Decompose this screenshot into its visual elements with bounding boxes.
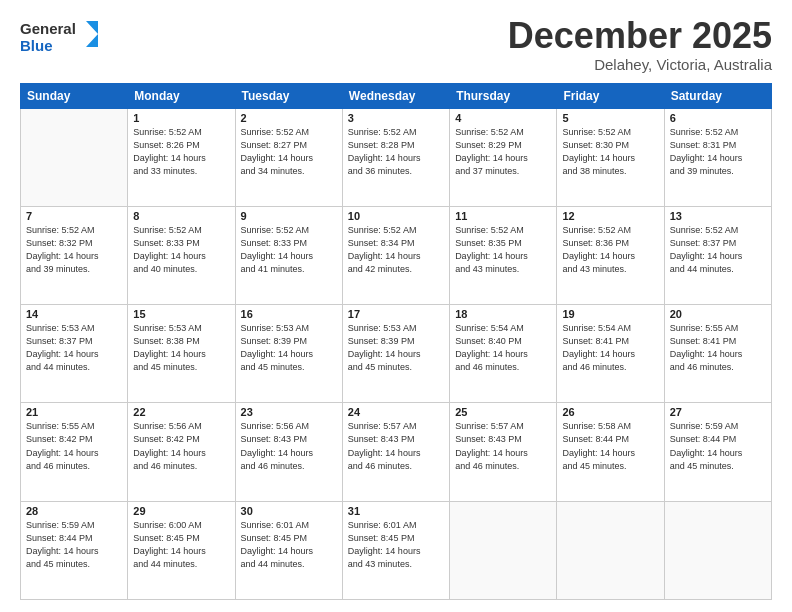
day-info: Sunrise: 5:52 AM Sunset: 8:35 PM Dayligh… — [455, 224, 551, 276]
day-info: Sunrise: 5:52 AM Sunset: 8:28 PM Dayligh… — [348, 126, 444, 178]
calendar-cell: 23Sunrise: 5:56 AM Sunset: 8:43 PM Dayli… — [235, 403, 342, 501]
weekday-header-row: SundayMondayTuesdayWednesdayThursdayFrid… — [21, 83, 772, 108]
weekday-sunday: Sunday — [21, 83, 128, 108]
day-number: 11 — [455, 210, 551, 222]
day-number: 2 — [241, 112, 337, 124]
day-info: Sunrise: 5:52 AM Sunset: 8:33 PM Dayligh… — [241, 224, 337, 276]
calendar-cell: 30Sunrise: 6:01 AM Sunset: 8:45 PM Dayli… — [235, 501, 342, 599]
svg-text:General: General — [20, 20, 76, 37]
weekday-friday: Friday — [557, 83, 664, 108]
calendar-cell: 20Sunrise: 5:55 AM Sunset: 8:41 PM Dayli… — [664, 305, 771, 403]
day-number: 16 — [241, 308, 337, 320]
calendar-cell: 27Sunrise: 5:59 AM Sunset: 8:44 PM Dayli… — [664, 403, 771, 501]
day-number: 17 — [348, 308, 444, 320]
weekday-monday: Monday — [128, 83, 235, 108]
calendar-cell: 14Sunrise: 5:53 AM Sunset: 8:37 PM Dayli… — [21, 305, 128, 403]
calendar-cell: 8Sunrise: 5:52 AM Sunset: 8:33 PM Daylig… — [128, 206, 235, 304]
calendar-cell: 2Sunrise: 5:52 AM Sunset: 8:27 PM Daylig… — [235, 108, 342, 206]
day-info: Sunrise: 5:55 AM Sunset: 8:42 PM Dayligh… — [26, 420, 122, 472]
day-number: 23 — [241, 406, 337, 418]
calendar-cell: 28Sunrise: 5:59 AM Sunset: 8:44 PM Dayli… — [21, 501, 128, 599]
week-row-0: 1Sunrise: 5:52 AM Sunset: 8:26 PM Daylig… — [21, 108, 772, 206]
day-number: 26 — [562, 406, 658, 418]
day-number: 5 — [562, 112, 658, 124]
day-info: Sunrise: 5:53 AM Sunset: 8:39 PM Dayligh… — [241, 322, 337, 374]
day-info: Sunrise: 6:01 AM Sunset: 8:45 PM Dayligh… — [348, 519, 444, 571]
logo: General Blue — [20, 16, 100, 56]
day-number: 31 — [348, 505, 444, 517]
day-number: 10 — [348, 210, 444, 222]
calendar-cell: 18Sunrise: 5:54 AM Sunset: 8:40 PM Dayli… — [450, 305, 557, 403]
day-number: 15 — [133, 308, 229, 320]
logo-svg: General Blue — [20, 16, 100, 56]
calendar-cell: 1Sunrise: 5:52 AM Sunset: 8:26 PM Daylig… — [128, 108, 235, 206]
weekday-saturday: Saturday — [664, 83, 771, 108]
calendar-cell: 15Sunrise: 5:53 AM Sunset: 8:38 PM Dayli… — [128, 305, 235, 403]
day-info: Sunrise: 5:57 AM Sunset: 8:43 PM Dayligh… — [455, 420, 551, 472]
day-info: Sunrise: 5:53 AM Sunset: 8:39 PM Dayligh… — [348, 322, 444, 374]
day-info: Sunrise: 5:58 AM Sunset: 8:44 PM Dayligh… — [562, 420, 658, 472]
day-info: Sunrise: 5:52 AM Sunset: 8:31 PM Dayligh… — [670, 126, 766, 178]
day-info: Sunrise: 6:01 AM Sunset: 8:45 PM Dayligh… — [241, 519, 337, 571]
calendar-cell — [21, 108, 128, 206]
day-number: 29 — [133, 505, 229, 517]
day-info: Sunrise: 5:52 AM Sunset: 8:36 PM Dayligh… — [562, 224, 658, 276]
day-number: 1 — [133, 112, 229, 124]
day-info: Sunrise: 5:53 AM Sunset: 8:37 PM Dayligh… — [26, 322, 122, 374]
calendar-cell: 12Sunrise: 5:52 AM Sunset: 8:36 PM Dayli… — [557, 206, 664, 304]
calendar-cell: 25Sunrise: 5:57 AM Sunset: 8:43 PM Dayli… — [450, 403, 557, 501]
day-info: Sunrise: 5:52 AM Sunset: 8:34 PM Dayligh… — [348, 224, 444, 276]
day-number: 28 — [26, 505, 122, 517]
day-number: 19 — [562, 308, 658, 320]
calendar-cell: 24Sunrise: 5:57 AM Sunset: 8:43 PM Dayli… — [342, 403, 449, 501]
day-number: 27 — [670, 406, 766, 418]
header: General Blue December 2025 Delahey, Vict… — [20, 16, 772, 73]
day-info: Sunrise: 5:52 AM Sunset: 8:26 PM Dayligh… — [133, 126, 229, 178]
calendar-cell: 10Sunrise: 5:52 AM Sunset: 8:34 PM Dayli… — [342, 206, 449, 304]
calendar-cell: 6Sunrise: 5:52 AM Sunset: 8:31 PM Daylig… — [664, 108, 771, 206]
calendar-body: 1Sunrise: 5:52 AM Sunset: 8:26 PM Daylig… — [21, 108, 772, 599]
svg-marker-2 — [86, 21, 98, 47]
calendar-cell: 16Sunrise: 5:53 AM Sunset: 8:39 PM Dayli… — [235, 305, 342, 403]
calendar-cell: 21Sunrise: 5:55 AM Sunset: 8:42 PM Dayli… — [21, 403, 128, 501]
day-info: Sunrise: 5:59 AM Sunset: 8:44 PM Dayligh… — [26, 519, 122, 571]
week-row-3: 21Sunrise: 5:55 AM Sunset: 8:42 PM Dayli… — [21, 403, 772, 501]
day-info: Sunrise: 5:52 AM Sunset: 8:29 PM Dayligh… — [455, 126, 551, 178]
svg-text:Blue: Blue — [20, 37, 53, 54]
title-block: December 2025 Delahey, Victoria, Austral… — [508, 16, 772, 73]
calendar-cell: 11Sunrise: 5:52 AM Sunset: 8:35 PM Dayli… — [450, 206, 557, 304]
day-number: 12 — [562, 210, 658, 222]
location: Delahey, Victoria, Australia — [508, 56, 772, 73]
week-row-1: 7Sunrise: 5:52 AM Sunset: 8:32 PM Daylig… — [21, 206, 772, 304]
weekday-tuesday: Tuesday — [235, 83, 342, 108]
page: General Blue December 2025 Delahey, Vict… — [0, 0, 792, 612]
calendar-cell: 22Sunrise: 5:56 AM Sunset: 8:42 PM Dayli… — [128, 403, 235, 501]
day-number: 3 — [348, 112, 444, 124]
weekday-wednesday: Wednesday — [342, 83, 449, 108]
calendar-cell: 31Sunrise: 6:01 AM Sunset: 8:45 PM Dayli… — [342, 501, 449, 599]
day-number: 8 — [133, 210, 229, 222]
day-info: Sunrise: 5:52 AM Sunset: 8:37 PM Dayligh… — [670, 224, 766, 276]
calendar-cell — [450, 501, 557, 599]
calendar-cell: 26Sunrise: 5:58 AM Sunset: 8:44 PM Dayli… — [557, 403, 664, 501]
week-row-4: 28Sunrise: 5:59 AM Sunset: 8:44 PM Dayli… — [21, 501, 772, 599]
day-info: Sunrise: 5:52 AM Sunset: 8:33 PM Dayligh… — [133, 224, 229, 276]
day-info: Sunrise: 5:52 AM Sunset: 8:32 PM Dayligh… — [26, 224, 122, 276]
day-number: 24 — [348, 406, 444, 418]
week-row-2: 14Sunrise: 5:53 AM Sunset: 8:37 PM Dayli… — [21, 305, 772, 403]
calendar-cell: 13Sunrise: 5:52 AM Sunset: 8:37 PM Dayli… — [664, 206, 771, 304]
day-info: Sunrise: 5:56 AM Sunset: 8:43 PM Dayligh… — [241, 420, 337, 472]
day-number: 18 — [455, 308, 551, 320]
day-info: Sunrise: 5:52 AM Sunset: 8:30 PM Dayligh… — [562, 126, 658, 178]
day-info: Sunrise: 6:00 AM Sunset: 8:45 PM Dayligh… — [133, 519, 229, 571]
day-number: 25 — [455, 406, 551, 418]
calendar-cell: 4Sunrise: 5:52 AM Sunset: 8:29 PM Daylig… — [450, 108, 557, 206]
calendar-cell: 3Sunrise: 5:52 AM Sunset: 8:28 PM Daylig… — [342, 108, 449, 206]
day-number: 20 — [670, 308, 766, 320]
day-info: Sunrise: 5:53 AM Sunset: 8:38 PM Dayligh… — [133, 322, 229, 374]
weekday-thursday: Thursday — [450, 83, 557, 108]
calendar-cell: 5Sunrise: 5:52 AM Sunset: 8:30 PM Daylig… — [557, 108, 664, 206]
day-number: 4 — [455, 112, 551, 124]
day-number: 7 — [26, 210, 122, 222]
day-number: 9 — [241, 210, 337, 222]
